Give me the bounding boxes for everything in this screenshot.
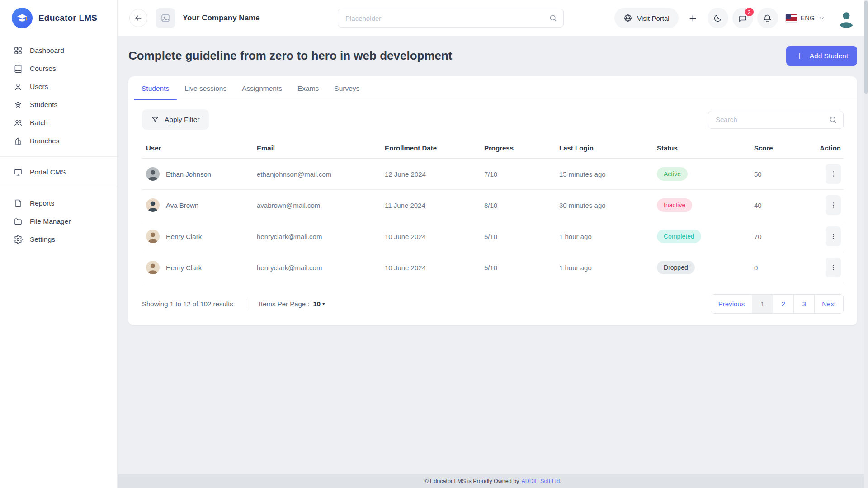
search-icon bbox=[549, 14, 557, 23]
pagination-previous[interactable]: Previous bbox=[711, 295, 752, 313]
file-manager-icon bbox=[14, 217, 23, 226]
messages-badge: 2 bbox=[745, 8, 754, 16]
results-summary: Showing 1 to 12 of 102 results bbox=[142, 300, 233, 308]
sidebar-item-branches[interactable]: Branches bbox=[14, 132, 110, 150]
us-flag-icon bbox=[786, 14, 797, 22]
row-actions-button[interactable] bbox=[826, 164, 841, 184]
notifications-button[interactable] bbox=[757, 8, 778, 28]
sidebar-item-label: File Manager bbox=[30, 217, 71, 225]
table-toolbar: Apply Filter bbox=[128, 100, 857, 137]
user-name: Henry Clark bbox=[166, 264, 202, 272]
scrollbar-track[interactable] bbox=[864, 0, 868, 488]
cell-status: Completed bbox=[657, 221, 754, 252]
visit-portal-button[interactable]: Visit Portal bbox=[614, 8, 678, 28]
cell-last-login: 1 hour ago bbox=[559, 252, 657, 283]
sidebar-item-courses[interactable]: Courses bbox=[14, 60, 110, 78]
profile-avatar[interactable] bbox=[836, 8, 856, 28]
chevron-down-icon bbox=[818, 15, 825, 22]
cell-progress: 7/10 bbox=[484, 159, 559, 190]
cell-action bbox=[811, 252, 844, 283]
cell-status: Dropped bbox=[657, 252, 754, 283]
sidebar-item-portal-cms[interactable]: Portal CMS bbox=[14, 163, 110, 181]
global-search-input[interactable] bbox=[338, 9, 564, 28]
cell-email: avabrown@mail.com bbox=[257, 190, 385, 221]
visit-portal-label: Visit Portal bbox=[637, 14, 669, 22]
sidebar-item-label: Branches bbox=[30, 137, 59, 145]
items-per-page-select[interactable]: 10 bbox=[313, 300, 321, 308]
sidebar-item-batch[interactable]: Batch bbox=[14, 114, 110, 132]
items-per-page-label: Items Per Page : bbox=[259, 300, 310, 308]
dark-mode-toggle[interactable] bbox=[708, 8, 728, 28]
row-actions-button[interactable] bbox=[826, 258, 841, 277]
cell-email: ethanjohnson@mail.com bbox=[257, 159, 385, 190]
sidebar-item-label: Students bbox=[30, 101, 57, 109]
topbar: Your Company Name Visit Portal bbox=[118, 0, 868, 36]
column-header-score: Score bbox=[754, 137, 811, 159]
tab-live-sessions[interactable]: Live sessions bbox=[177, 76, 234, 100]
portal-cms-icon bbox=[14, 168, 23, 177]
language-label: ENG bbox=[801, 14, 815, 22]
app-root: Educator LMS DashboardCoursesUsersStuden… bbox=[0, 0, 868, 488]
sidebar-item-users[interactable]: Users bbox=[14, 78, 110, 96]
image-placeholder-icon bbox=[160, 13, 170, 23]
table-row: Henry Clarkhenryclark@mail.com10 June 20… bbox=[142, 252, 844, 283]
users-icon bbox=[14, 82, 23, 91]
students-card: StudentsLive sessionsAssignmentsExamsSur… bbox=[128, 76, 857, 325]
tab-assignments[interactable]: Assignments bbox=[234, 76, 290, 100]
column-header-user: User bbox=[142, 137, 257, 159]
moon-icon bbox=[713, 14, 722, 23]
sidebar-item-file-manager[interactable]: File Manager bbox=[14, 212, 110, 230]
caret-down-icon: ▾ bbox=[322, 301, 325, 306]
tab-exams[interactable]: Exams bbox=[290, 76, 326, 100]
cell-score: 40 bbox=[754, 190, 811, 221]
cell-user: Ava Brown bbox=[146, 198, 257, 212]
cell-status: Active bbox=[657, 159, 754, 190]
tab-surveys[interactable]: Surveys bbox=[326, 76, 367, 100]
back-button[interactable] bbox=[129, 9, 147, 27]
plus-icon bbox=[795, 52, 804, 61]
sidebar-item-label: Dashboard bbox=[30, 47, 64, 55]
tabs: StudentsLive sessionsAssignmentsExamsSur… bbox=[128, 76, 857, 100]
row-actions-button[interactable] bbox=[826, 226, 841, 246]
table-search-input[interactable] bbox=[708, 111, 844, 129]
sidebar-item-label: Courses bbox=[30, 65, 56, 73]
pagination-page-2[interactable]: 2 bbox=[773, 295, 793, 313]
bell-icon bbox=[763, 14, 772, 23]
topbar-actions: Visit Portal 2 ENG bbox=[614, 8, 856, 28]
sidebar-item-students[interactable]: Students bbox=[14, 96, 110, 114]
reports-icon bbox=[14, 199, 23, 208]
messages-button[interactable]: 2 bbox=[732, 8, 753, 28]
pagination-next[interactable]: Next bbox=[814, 295, 843, 313]
row-actions-button[interactable] bbox=[826, 195, 841, 215]
cell-email: henryclark@mail.com bbox=[257, 221, 385, 252]
footer: © Educator LMS is Proudly Owned by ADDIE… bbox=[118, 474, 868, 488]
user-name: Henry Clark bbox=[166, 233, 202, 240]
footer-owner-link[interactable]: ADDIE Soft Ltd. bbox=[521, 478, 561, 484]
kebab-menu-icon bbox=[830, 170, 837, 178]
sidebar-item-dashboard[interactable]: Dashboard bbox=[14, 42, 110, 60]
sidebar-divider bbox=[0, 156, 117, 157]
pagination-page-3[interactable]: 3 bbox=[793, 295, 814, 313]
user-avatar bbox=[146, 261, 160, 274]
cell-enrollment-date: 10 June 2024 bbox=[385, 221, 484, 252]
company-logo-placeholder bbox=[156, 8, 175, 28]
add-student-button[interactable]: Add Student bbox=[786, 46, 857, 66]
sidebar-item-label: Batch bbox=[30, 119, 48, 127]
language-selector[interactable]: ENG bbox=[786, 14, 825, 22]
sidebar-item-label: Portal CMS bbox=[30, 168, 66, 176]
scrollbar-thumb[interactable] bbox=[864, 1, 868, 94]
column-header-enrollment-date: Enrollment Date bbox=[385, 137, 484, 159]
apply-filter-button[interactable]: Apply Filter bbox=[142, 109, 209, 130]
sidebar-item-reports[interactable]: Reports bbox=[14, 194, 110, 212]
sidebar-item-label: Reports bbox=[30, 199, 54, 207]
branches-icon bbox=[14, 136, 23, 145]
sidebar-item-settings[interactable]: Settings bbox=[14, 230, 110, 249]
add-new-button[interactable] bbox=[683, 8, 703, 28]
tab-students[interactable]: Students bbox=[134, 76, 177, 100]
user-name: Ethan Johnson bbox=[166, 170, 211, 178]
cell-enrollment-date: 11 June 2024 bbox=[385, 190, 484, 221]
sidebar-nav: DashboardCoursesUsersStudentsBatchBranch… bbox=[0, 36, 117, 249]
sidebar-item-label: Users bbox=[30, 83, 48, 91]
pagination-page-1[interactable]: 1 bbox=[752, 295, 773, 313]
table-footer: Showing 1 to 12 of 102 results Items Per… bbox=[128, 283, 857, 325]
